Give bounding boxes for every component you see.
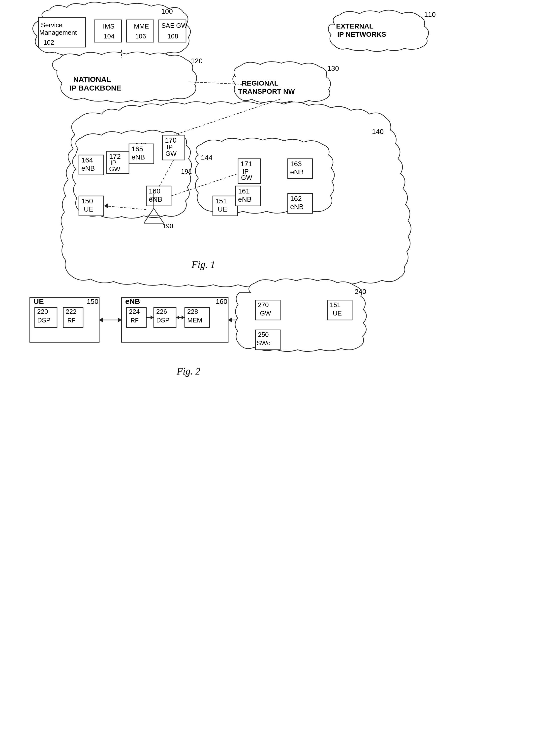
svg-text:250: 250 [258, 331, 268, 338]
svg-text:104: 104 [104, 33, 114, 40]
svg-rect-44 [162, 135, 185, 160]
svg-text:102: 102 [43, 39, 54, 46]
svg-text:UE: UE [218, 205, 227, 213]
svg-text:eNB: eNB [238, 196, 252, 203]
svg-rect-77 [30, 298, 99, 342]
svg-text:226: 226 [156, 308, 167, 315]
svg-text:220: 220 [37, 308, 48, 315]
svg-text:150: 150 [87, 298, 98, 305]
svg-rect-25 [79, 196, 104, 216]
svg-rect-113 [327, 300, 352, 320]
svg-line-74 [159, 160, 174, 187]
svg-text:160: 160 [216, 298, 227, 305]
svg-rect-31 [79, 155, 104, 175]
svg-text:IP BACKBONE: IP BACKBONE [69, 84, 121, 92]
svg-text:106: 106 [135, 33, 146, 40]
svg-text:IP NETWORKS: IP NETWORKS [337, 31, 386, 38]
svg-text:222: 222 [66, 308, 76, 315]
svg-text:eNB: eNB [125, 297, 140, 305]
svg-text:172: 172 [109, 153, 121, 160]
svg-text:eNB: eNB [81, 164, 95, 172]
ref-100: 100 [161, 7, 173, 15]
svg-text:228: 228 [187, 308, 198, 315]
svg-line-73 [174, 99, 280, 135]
svg-rect-57 [238, 159, 260, 183]
svg-text:270: 270 [258, 301, 268, 309]
svg-marker-70 [104, 203, 108, 208]
svg-marker-101 [176, 316, 179, 319]
svg-marker-102 [182, 316, 185, 319]
svg-rect-116 [256, 330, 280, 350]
svg-rect-110 [256, 300, 280, 320]
svg-marker-107 [228, 317, 232, 322]
svg-rect-80 [35, 307, 57, 327]
svg-text:IP: IP [243, 168, 249, 175]
svg-rect-7 [126, 20, 154, 42]
svg-rect-37 [107, 151, 129, 174]
svg-text:224: 224 [129, 308, 140, 315]
svg-text:163: 163 [290, 160, 302, 168]
svg-text:120: 120 [191, 57, 203, 65]
svg-rect-10 [159, 20, 186, 42]
svg-rect-54 [288, 159, 313, 179]
svg-text:EXTERNAL: EXTERNAL [336, 22, 374, 30]
svg-text:UE: UE [333, 310, 342, 317]
svg-line-62 [154, 208, 164, 223]
svg-text:RF: RF [131, 317, 139, 324]
svg-rect-83 [63, 307, 83, 327]
svg-text:171: 171 [241, 160, 252, 168]
svg-rect-34 [129, 144, 154, 164]
svg-text:UE: UE [34, 297, 44, 305]
svg-marker-96 [151, 316, 154, 319]
svg-marker-88 [118, 317, 121, 322]
svg-text:140: 140 [372, 128, 384, 135]
svg-rect-28 [213, 196, 238, 216]
svg-rect-89 [121, 298, 228, 342]
svg-rect-0 [38, 17, 85, 47]
svg-text:142: 142 [135, 141, 147, 149]
svg-marker-108 [247, 317, 251, 322]
svg-text:GW: GW [241, 174, 252, 181]
svg-text:162: 162 [290, 195, 302, 202]
svg-text:190: 190 [162, 222, 173, 230]
svg-text:150: 150 [81, 197, 93, 205]
svg-text:REGIONAL: REGIONAL [242, 79, 279, 87]
svg-text:SWc: SWc [257, 339, 270, 347]
svg-text:170: 170 [165, 136, 177, 144]
fig1-label: Fig. 1 [191, 259, 215, 270]
svg-text:eNB: eNB [149, 196, 162, 203]
svg-text:eNB: eNB [132, 153, 145, 161]
svg-text:GW: GW [109, 165, 120, 173]
svg-text:SAE GW: SAE GW [161, 22, 187, 29]
page-container: 100 Service Management 102 IMS 104 MME 1… [0, 0, 560, 756]
svg-line-69 [104, 206, 146, 210]
svg-text:DSP: DSP [37, 317, 51, 324]
svg-rect-92 [126, 307, 146, 327]
svg-text:IMS: IMS [103, 23, 114, 30]
svg-text:MME: MME [134, 23, 149, 30]
svg-text:DSP: DSP [156, 317, 169, 324]
svg-text:144: 144 [201, 154, 213, 161]
svg-text:IP: IP [111, 159, 117, 166]
svg-text:161: 161 [238, 187, 250, 195]
svg-text:151: 151 [330, 301, 341, 309]
svg-rect-41 [146, 186, 171, 206]
svg-text:eNB: eNB [290, 168, 304, 176]
svg-text:240: 240 [355, 288, 366, 295]
svg-rect-103 [185, 307, 209, 327]
svg-text:191: 191 [181, 168, 192, 175]
svg-text:130: 130 [327, 64, 339, 72]
svg-line-72 [188, 82, 243, 84]
svg-text:GW: GW [165, 150, 177, 157]
svg-text:UE: UE [84, 205, 94, 213]
svg-rect-48 [236, 186, 260, 206]
svg-text:eNB: eNB [290, 203, 304, 211]
svg-text:160: 160 [149, 187, 160, 195]
svg-text:RF: RF [67, 317, 75, 324]
svg-line-76 [171, 174, 238, 196]
fig2-label: Fig. 2 [176, 365, 200, 377]
svg-text:110: 110 [424, 11, 436, 18]
svg-text:164: 164 [81, 156, 93, 164]
svg-text:GW: GW [260, 310, 271, 317]
svg-text:TRANSPORT NW: TRANSPORT NW [238, 87, 295, 95]
